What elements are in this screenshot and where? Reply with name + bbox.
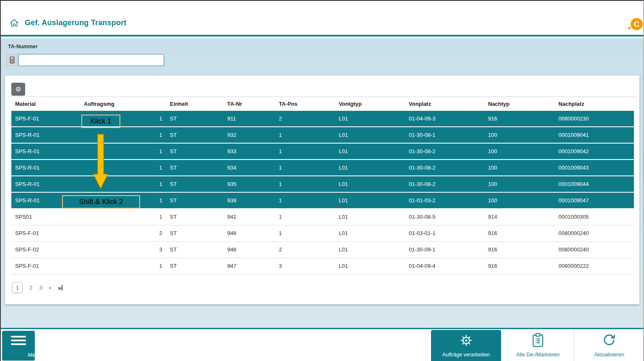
cell-einheit: ST [162, 209, 220, 225]
cell-nachtyp: 916 [480, 258, 551, 274]
table-row[interactable]: SPS011ST9411L0101-30-08-59140001000305 [11, 209, 634, 225]
cell-vonplatz: 01-30-08-2 [401, 144, 480, 159]
column-header-vonlgtyp[interactable]: Vonlgtyp [331, 97, 401, 111]
cell-ta-nr: 938 [220, 193, 271, 208]
cell-nachtyp: 914 [480, 209, 551, 225]
refresh-icon [602, 332, 616, 349]
column-header-ta-nr[interactable]: TA-Nr [220, 97, 271, 111]
home-icon[interactable] [9, 18, 19, 28]
ta-nummer-input[interactable] [18, 54, 164, 66]
cell-vonlgtyp: L01 [331, 127, 401, 143]
cell-material: SPS-R-01 [11, 176, 84, 192]
app-header: Gef. Auslagerung Transport C [1, 1, 643, 37]
cell-einheit: ST [162, 258, 220, 274]
cell-auftragsmg: 2 [84, 225, 162, 241]
pagination-page-1[interactable]: 1 [12, 282, 23, 293]
column-header-ta-pos[interactable]: TA-Pos [271, 97, 331, 111]
cell-auftragsmg: 1 [84, 209, 162, 225]
cell-ta-pos: 2 [271, 242, 331, 258]
auftraege-verarbeiten-button[interactable]: Aufträge verarbeiten [431, 330, 501, 361]
cell-vonlgtyp: L01 [331, 209, 401, 225]
cell-material: SPS-R-01 [11, 127, 84, 143]
cell-einheit: ST [162, 111, 220, 126]
cell-vonlgtyp: L01 [331, 193, 401, 208]
action-label: Alle De-/Markieren [516, 352, 560, 358]
cell-einheit: ST [162, 144, 220, 159]
cell-vonlgtyp: L01 [331, 111, 401, 126]
cell-nachtyp: 100 [480, 176, 551, 192]
cell-ta-nr: 946 [220, 225, 271, 241]
pagination-next-icon[interactable]: › [49, 284, 51, 291]
cell-nachtyp: 916 [480, 111, 551, 126]
cell-vonlgtyp: L01 [331, 144, 401, 159]
cell-nachtyp: 100 [480, 127, 551, 143]
pagination-page-3[interactable]: 3 [39, 285, 43, 291]
pagination-last-icon[interactable]: » [58, 284, 62, 291]
pagination-page-2[interactable]: 2 [29, 285, 33, 291]
table-row[interactable]: SPS-F-023ST9462L0101-30-09-1916008000024… [11, 242, 634, 258]
cell-vonlgtyp: L01 [331, 258, 401, 274]
cell-nachtyp: 100 [480, 144, 551, 159]
alle-de-markieren-button[interactable]: Alle De-/Markieren [501, 330, 574, 361]
cell-einheit: ST [162, 127, 220, 143]
cell-material: SPS-R-01 [11, 144, 84, 159]
cell-ta-pos: 1 [271, 127, 331, 143]
cell-ta-pos: 1 [271, 144, 331, 159]
column-header-nachplatz[interactable]: Nachplatz [551, 97, 634, 111]
cell-ta-pos: 1 [271, 160, 331, 175]
column-header-auftragsmg[interactable]: Auftragsmg [84, 97, 162, 111]
table-settings-button[interactable] [11, 83, 25, 96]
pagination: 1 2 3 › » [12, 282, 62, 293]
menu-button-label: Menu [18, 352, 51, 358]
annotation-click1-box: Klick 1 [81, 115, 120, 128]
cell-nachtyp: 100 [480, 160, 551, 175]
cell-vonplatz: 01-04-09-4 [401, 258, 480, 274]
column-header-material[interactable]: Material [11, 97, 84, 111]
cell-einheit: ST [162, 225, 220, 241]
cell-einheit: ST [162, 242, 220, 258]
cell-vonlgtyp: L01 [331, 176, 401, 192]
cell-ta-pos: 1 [271, 225, 331, 241]
cell-material: SPS-F-01 [11, 225, 84, 241]
calculator-button[interactable] [7, 54, 18, 66]
cell-nachtyp: 100 [480, 193, 551, 208]
table-header-row: MaterialAuftragsmgEinheitTA-NrTA-PosVonl… [11, 97, 634, 111]
menu-button[interactable]: Menu [2, 331, 35, 361]
cell-vonplatz: 01-30-08-1 [401, 127, 480, 143]
clipboard-icon [531, 332, 545, 349]
cell-nachplatz: 0001009043 [551, 160, 634, 175]
cell-einheit: ST [162, 193, 220, 208]
column-header-vonplatz[interactable]: Vonplatz [401, 97, 480, 111]
cell-auftragsmg: 3 [84, 242, 162, 258]
cell-vonplatz: 01-30-08-2 [401, 160, 480, 175]
brand-logo-icon: C [631, 18, 643, 30]
cell-vonlgtyp: L01 [331, 242, 401, 258]
cell-vonplatz: 01-30-08-2 [401, 176, 480, 192]
cell-material: SPS-F-02 [11, 242, 84, 258]
cell-material: SPS01 [11, 209, 84, 225]
table-row[interactable]: SPS-F-011ST9473L0101-04-09-4916008000022… [11, 258, 634, 275]
calculator-icon [9, 56, 16, 64]
cell-ta-nr: 934 [220, 160, 271, 175]
app-window: Gef. Auslagerung Transport C TA-Nummer M… [0, 0, 644, 361]
cell-einheit: ST [162, 160, 220, 175]
cell-vonlgtyp: L01 [331, 160, 401, 175]
cell-material: SPS-F-01 [11, 111, 84, 126]
column-header-nachtyp[interactable]: Nachtyp [480, 97, 551, 111]
cell-einheit: ST [162, 176, 220, 192]
cell-nachplatz: 0080000240 [551, 225, 634, 241]
cell-nachplatz: 0001009044 [551, 176, 634, 192]
column-header-einheit[interactable]: Einheit [162, 97, 220, 111]
action-label: Aktualisieren [594, 352, 624, 358]
cell-ta-nr: 935 [220, 176, 271, 192]
annotation-down-arrow-icon [93, 134, 109, 191]
cell-nachtyp: 916 [480, 225, 551, 241]
table-row[interactable]: SPS-F-012ST9461L0101-03-01-1916008000024… [11, 225, 634, 242]
cell-ta-pos: 1 [271, 209, 331, 225]
cell-material: SPS-R-01 [11, 160, 84, 175]
red-dot-marker [337, 206, 339, 207]
cell-nachplatz: 0001000305 [551, 209, 634, 225]
cell-vonplatz: 01-01-03-2 [401, 193, 480, 208]
cell-vonplatz: 01-30-08-5 [401, 209, 480, 225]
aktualisieren-button[interactable]: Aktualisieren [574, 330, 644, 361]
